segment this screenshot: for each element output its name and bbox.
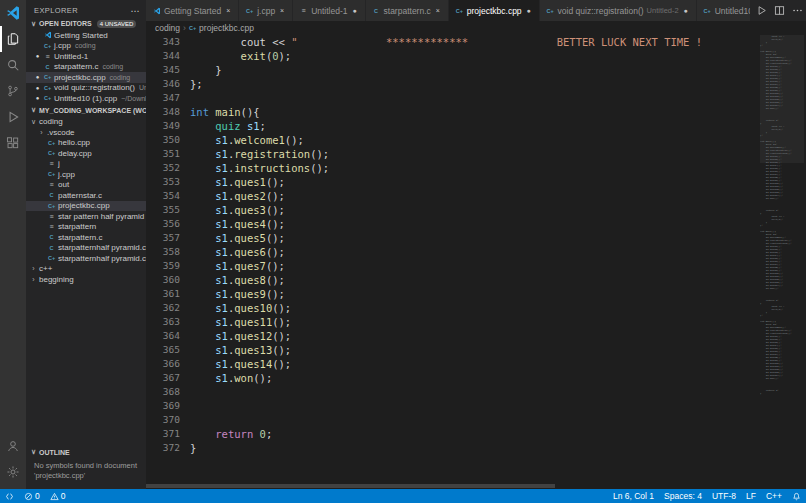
code-line[interactable]: 349 quiz s1;: [146, 119, 758, 133]
open-editor-item[interactable]: ●C+Untitled10 (1).cpp~/Downloads: [26, 93, 146, 104]
code-line[interactable]: 367 s1.won();: [146, 371, 758, 385]
activity-bar-item-run-debug[interactable]: [0, 104, 26, 130]
code-line[interactable]: 344 exit(0);: [146, 49, 758, 63]
code-line[interactable]: 372}: [146, 441, 758, 455]
code-line[interactable]: 371 return 0;: [146, 427, 758, 441]
code-line[interactable]: 355 s1.ques3();: [146, 203, 758, 217]
activity-bar-item-source-control[interactable]: [0, 78, 26, 104]
tab-starpattern-c[interactable]: Cstarpattern.c×: [366, 0, 449, 21]
tree-item[interactable]: ›c++: [26, 264, 146, 275]
outline-header[interactable]: ∨ OUTLINE: [26, 446, 146, 459]
tree-item[interactable]: ≡j: [26, 159, 146, 170]
open-editor-item[interactable]: Getting Started: [26, 30, 146, 41]
minimap[interactable]: cout << " ************* BETTER LUCK NEXT…: [760, 35, 804, 489]
code-line[interactable]: 343 cout << " ************* BETTER LUCK …: [146, 35, 758, 49]
code-line[interactable]: 353 s1.ques1();: [146, 175, 758, 189]
code-line[interactable]: 350 s1.welcome1();: [146, 133, 758, 147]
tree-item[interactable]: ∨coding: [26, 117, 146, 128]
code-line[interactable]: 345 }: [146, 63, 758, 77]
eol-indicator[interactable]: LF: [741, 489, 761, 503]
open-editors-header[interactable]: ∨ OPEN EDITORS 4 UNSAVED: [26, 17, 146, 30]
more-actions-icon[interactable]: ⋯: [131, 6, 140, 16]
line-number: 352: [146, 161, 180, 175]
activity-bar-item-extensions[interactable]: [0, 130, 26, 156]
tab-untitled-1[interactable]: ≡Untitled-1●: [293, 0, 365, 21]
indentation-indicator[interactable]: Spaces: 4: [659, 489, 707, 503]
line-number: 368: [146, 385, 180, 399]
code-line[interactable]: 356 s1.ques4();: [146, 217, 758, 231]
tree-item[interactable]: ≡out: [26, 180, 146, 191]
code-line[interactable]: 358 s1.ques6();: [146, 245, 758, 259]
code-line[interactable]: 347: [146, 91, 758, 105]
language-indicator[interactable]: C++: [761, 489, 787, 503]
tree-item[interactable]: Cpatternstar.c: [26, 190, 146, 201]
tree-item[interactable]: Cstarpattern.c: [26, 232, 146, 243]
code-line[interactable]: 365 s1.ques13();: [146, 343, 758, 357]
tree-item[interactable]: C+j.cpp: [26, 169, 146, 180]
code-line[interactable]: 368: [146, 385, 758, 399]
breadcrumb-item-folder[interactable]: coding: [155, 23, 180, 33]
open-editor-item[interactable]: ●C+void quiz::registration()Untitl...: [26, 83, 146, 94]
code-line[interactable]: 369: [146, 399, 758, 413]
code-line[interactable]: 352 s1.instructions();: [146, 161, 758, 175]
dirty-indicator: ●: [34, 95, 41, 101]
remote-indicator[interactable]: [0, 489, 19, 503]
code-line[interactable]: 357 s1.ques5();: [146, 231, 758, 245]
code-area[interactable]: 343 cout << " ************* BETTER LUCK …: [146, 35, 758, 489]
activity-bar-item-settings[interactable]: [0, 459, 26, 485]
tree-item[interactable]: C+projectkbc.cpp: [26, 201, 146, 212]
tab-getting-started[interactable]: Getting Started×: [146, 0, 239, 21]
problems-errors[interactable]: 0: [19, 489, 45, 503]
more-actions-button[interactable]: [792, 2, 803, 20]
code-line[interactable]: 370: [146, 413, 758, 427]
tab-void-quiz-registration-[interactable]: C+void quiz::registration()Untitled-2●: [540, 0, 697, 21]
open-editor-item[interactable]: ●C+projectkbc.cppcoding: [26, 72, 146, 83]
code-line[interactable]: 359 s1.ques7();: [146, 259, 758, 273]
tree-item[interactable]: C+starpatternhalf pyramid.cpp: [26, 253, 146, 264]
problems-warnings[interactable]: 0: [45, 489, 71, 503]
notifications-bell[interactable]: [787, 489, 806, 503]
breadcrumb-item-file[interactable]: projectkbc.cpp: [199, 23, 254, 33]
c-file-icon: C: [47, 192, 56, 198]
tree-item[interactable]: ›.vscode: [26, 127, 146, 138]
code-line[interactable]: 351 s1.registration();: [146, 147, 758, 161]
open-editor-item[interactable]: C+j.cppcoding: [26, 41, 146, 52]
tree-item[interactable]: C+delay.cpp: [26, 148, 146, 159]
tree-item[interactable]: Cstarpatternhalf pyramid.c: [26, 243, 146, 254]
open-editor-item[interactable]: Cstarpattern.ccoding: [26, 62, 146, 73]
code-line[interactable]: 354 s1.ques2();: [146, 189, 758, 203]
horizontal-scrollbar[interactable]: [146, 484, 555, 488]
close-icon[interactable]: ×: [434, 7, 442, 14]
run-button[interactable]: [756, 2, 767, 20]
code-line[interactable]: 364 s1.ques12();: [146, 329, 758, 343]
code-line[interactable]: 362 s1.ques10();: [146, 301, 758, 315]
open-editor-item[interactable]: ●≡Untitled-1: [26, 51, 146, 62]
tree-item[interactable]: ≡starpattern: [26, 222, 146, 233]
activity-bar-item-account[interactable]: [0, 433, 26, 459]
vscode-icon: [152, 7, 161, 15]
code-line[interactable]: 360 s1.ques8();: [146, 273, 758, 287]
close-icon[interactable]: ×: [278, 7, 286, 14]
activity-bar-item-explorer[interactable]: [0, 26, 26, 52]
line-col-indicator[interactable]: Ln 6, Col 1: [608, 489, 659, 503]
code-line[interactable]: 346};: [146, 77, 758, 91]
tab-j-cpp[interactable]: C+j.cpp×: [239, 0, 293, 21]
tree-item[interactable]: ›beggining: [26, 274, 146, 285]
code-line[interactable]: 363 s1.ques11();: [146, 315, 758, 329]
line-content: quiz s1;: [180, 119, 266, 133]
split-editor-button[interactable]: [774, 2, 785, 20]
minimap-slider[interactable]: [760, 35, 804, 163]
tree-item[interactable]: C+hello.cpp: [26, 138, 146, 149]
workspace-header[interactable]: ∨ MY_CODING_WORKSPACE (WORKSPACE): [26, 104, 146, 117]
tree-item[interactable]: ≡star pattern half pyramid: [26, 211, 146, 222]
tab-projectkbc-cpp[interactable]: C+projectkbc.cpp●: [449, 0, 540, 21]
code-line[interactable]: 348int main(){: [146, 105, 758, 119]
close-icon[interactable]: ×: [224, 7, 232, 14]
dirty-indicator[interactable]: ●: [682, 7, 690, 14]
dirty-indicator[interactable]: ●: [525, 7, 533, 14]
activity-bar-item-search[interactable]: [0, 52, 26, 78]
code-line[interactable]: 361 s1.ques9();: [146, 287, 758, 301]
code-line[interactable]: 366 s1.ques14();: [146, 357, 758, 371]
encoding-indicator[interactable]: UTF-8: [707, 489, 741, 503]
dirty-indicator[interactable]: ●: [351, 7, 359, 14]
